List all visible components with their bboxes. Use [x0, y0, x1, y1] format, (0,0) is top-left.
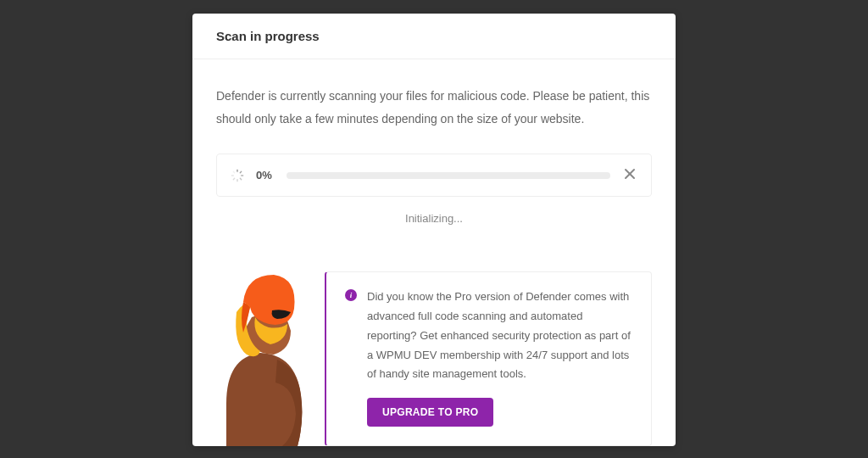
scan-progress-card: Scan in progress Defender is currently s…	[192, 14, 676, 446]
progress-status: Initializing...	[216, 212, 652, 225]
spinner-icon	[231, 169, 244, 182]
svg-rect-6	[231, 175, 234, 176]
cancel-scan-button[interactable]	[622, 166, 637, 184]
card-body: Defender is currently scanning your file…	[192, 59, 676, 225]
defender-mascot-illustration	[209, 268, 311, 446]
progress-row: 0%	[216, 154, 652, 197]
svg-rect-4	[236, 179, 237, 182]
svg-rect-7	[232, 170, 235, 173]
progress-percent: 0%	[256, 169, 275, 182]
info-icon: i	[345, 289, 357, 301]
svg-rect-2	[241, 175, 243, 176]
promo-text: Did you know the Pro version of Defender…	[367, 288, 632, 384]
svg-rect-5	[232, 177, 235, 180]
svg-rect-1	[239, 170, 242, 173]
upgrade-promo-box: i Did you know the Pro version of Defend…	[325, 271, 652, 446]
upgrade-to-pro-button[interactable]: UPGRADE TO PRO	[367, 398, 493, 427]
promo-section: i Did you know the Pro version of Defend…	[192, 271, 676, 446]
progress-bar	[287, 172, 610, 179]
svg-rect-3	[239, 177, 242, 180]
card-title: Scan in progress	[216, 29, 652, 43]
close-icon	[624, 168, 636, 180]
svg-rect-0	[236, 169, 237, 171]
card-header: Scan in progress	[192, 14, 676, 59]
scan-description: Defender is currently scanning your file…	[216, 85, 652, 130]
